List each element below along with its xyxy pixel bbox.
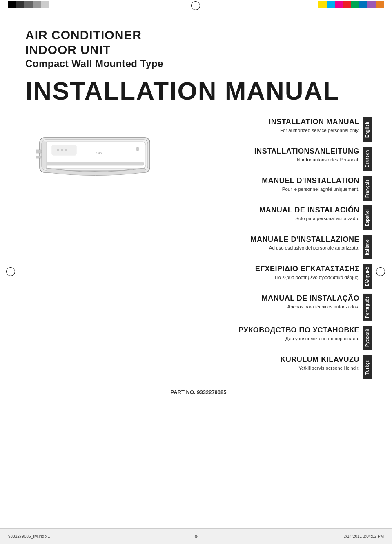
lang-subtitle-5: Για εξουσιοδοτημένο προσωπικό σέρβις.: [255, 274, 359, 281]
lang-text-3: MANUAL DE INSTALACIÓNSolo para personal …: [259, 205, 363, 230]
lang-entry-8: KURULUM KILAVUZUYetkili servis personeli…: [180, 355, 372, 379]
swatch-yellow: [318, 1, 327, 8]
footer-center-mark: ⊕: [134, 534, 259, 539]
lang-text-0: INSTALLATION MANUALFor authorized servic…: [269, 117, 363, 142]
part-number: PART NO. 9332279085: [25, 389, 372, 395]
svg-rect-3: [46, 162, 144, 165]
svg-point-11: [136, 147, 139, 151]
svg-point-9: [65, 149, 67, 151]
color-marks-bar: [0, 0, 392, 9]
svg-rect-12: [36, 150, 42, 153]
lang-subtitle-1: Nur für autorisiertes Personal.: [254, 156, 359, 163]
lang-subtitle-2: Pour le personnel agréé uniquement.: [262, 186, 359, 192]
lang-text-8: KURULUM KILAVUZUYetkili servis personeli…: [280, 355, 363, 379]
lang-subtitle-6: Apenas para técnicos autorizados.: [262, 303, 359, 310]
title-block: AIR CONDITIONER INDOOR UNIT Compact Wall…: [25, 28, 372, 70]
swatch-cyan: [327, 1, 335, 8]
lang-main-title-3: MANUAL DE INSTALACIÓN: [259, 205, 359, 215]
lang-main-title-7: РУКОВОДСТВО ПО УСТАНОВКЕ: [238, 326, 359, 335]
swatch-lighter-gray: [41, 1, 49, 8]
svg-rect-10: [42, 142, 47, 168]
lang-main-title-5: ΕΓΧΕΙΡΙΔΙΟ ΕΓΚΑΤΑΣΤΑΣΗΣ: [255, 264, 359, 274]
swatch-light-gray: [33, 1, 41, 8]
swatch-black: [8, 1, 16, 8]
lang-text-2: MANUEL D'INSTALLATIONPour le personnel a…: [262, 176, 363, 201]
ac-image-column: S45: [25, 117, 172, 381]
ac-unit-illustration: S45: [36, 125, 162, 207]
swatch-red: [343, 1, 351, 8]
lang-main-title-1: INSTALLATIONSANLEITUNG: [254, 147, 359, 156]
lang-tab-3: Español: [363, 205, 372, 230]
lang-text-1: INSTALLATIONSANLEITUNGNur für autorisier…: [254, 147, 363, 171]
lang-entry-5: ΕΓΧΕΙΡΙΔΙΟ ΕΓΚΑΤΑΣΤΑΣΗΣΓια εξουσιοδοτημέ…: [180, 264, 372, 289]
svg-rect-13: [36, 156, 42, 158]
swatch-purple: [368, 1, 376, 8]
footer: 9332279085_IM.indb 1 ⊕ 2/14/2011 3:04:02…: [0, 528, 392, 544]
lang-main-title-4: MANUALE D'INSTALLAZIONE: [251, 235, 359, 244]
footer-filename: 9332279085_IM.indb 1: [8, 534, 134, 539]
lang-text-7: РУКОВОДСТВО ПО УСТАНОВКЕДля уполномоченн…: [238, 326, 363, 350]
lang-main-title-2: MANUEL D'INSTALLATION: [262, 176, 359, 185]
main-content: AIR CONDITIONER INDOOR UNIT Compact Wall…: [0, 11, 392, 528]
lang-text-5: ΕΓΧΕΙΡΙΔΙΟ ΕΓΚΑΤΑΣΤΑΣΗΣΓια εξουσιοδοτημέ…: [255, 264, 363, 289]
svg-text:S45: S45: [96, 151, 102, 155]
lang-text-4: MANUALE D'INSTALLAZIONEAd uso esclusivo …: [251, 235, 363, 259]
swatch-dark-gray: [16, 1, 24, 8]
lang-tab-5: Ελληνικά: [363, 264, 372, 289]
swatch-white: [49, 1, 57, 8]
swatch-orange: [376, 1, 384, 8]
lang-subtitle-7: Для уполномоченного персонала.: [238, 335, 359, 342]
title-line2: INDOOR UNIT: [25, 42, 372, 57]
svg-point-8: [61, 149, 63, 151]
two-column-layout: S45 INSTALLATION MANUALFor authorized se…: [25, 117, 372, 381]
lang-subtitle-4: Ad uso esclusivo del personale autorizza…: [251, 245, 359, 251]
svg-point-7: [57, 149, 59, 151]
lang-subtitle-8: Yetkili servis personeli içindir.: [280, 365, 359, 371]
lang-tab-8: Türkçe: [363, 355, 372, 379]
lang-tab-6: Português: [363, 294, 372, 321]
part-number-value: 9332279085: [197, 389, 226, 395]
lang-tab-2: Français: [363, 176, 372, 201]
swatch-magenta: [335, 1, 343, 8]
lang-tab-0: English: [363, 117, 372, 142]
lang-entry-3: MANUAL DE INSTALACIÓNSolo para personal …: [180, 205, 372, 230]
language-list: INSTALLATION MANUALFor authorized servic…: [180, 117, 372, 381]
lang-entry-7: РУКОВОДСТВО ПО УСТАНОВКЕДля уполномоченн…: [180, 326, 372, 350]
lang-text-6: MANUAL DE INSTALAÇÃOApenas para técnicos…: [262, 294, 363, 321]
svg-rect-6: [52, 145, 76, 155]
title-line3: Compact Wall Mounted Type: [25, 57, 372, 70]
lang-main-title-8: KURULUM KILAVUZU: [280, 355, 359, 364]
lang-entry-1: INSTALLATIONSANLEITUNGNur für autorisier…: [180, 147, 372, 171]
part-number-label: PART NO.: [170, 389, 195, 395]
color-swatches-left: [8, 1, 57, 8]
center-register-mark: [191, 1, 201, 11]
title-line1: AIR CONDITIONER: [25, 28, 372, 42]
lang-subtitle-3: Solo para personal autorizado.: [259, 215, 359, 222]
lang-entry-4: MANUALE D'INSTALLAZIONEAd uso esclusivo …: [180, 235, 372, 259]
lang-entry-0: INSTALLATION MANUALFor authorized servic…: [180, 117, 372, 142]
lang-tab-7: Русский: [363, 326, 372, 350]
lang-main-title-6: MANUAL DE INSTALAÇÃO: [262, 294, 359, 303]
swatch-green: [351, 1, 359, 8]
main-title: INSTALLATION MANUAL: [25, 77, 372, 105]
color-swatches-right: [318, 1, 384, 8]
swatch-blue: [359, 1, 368, 8]
lang-tab-4: Italiano: [363, 235, 372, 259]
swatch-gray: [24, 1, 33, 8]
lang-main-title-0: INSTALLATION MANUAL: [269, 117, 359, 127]
footer-datetime: 2/14/2011 3:04:02 PM: [258, 534, 384, 539]
lang-entry-6: MANUAL DE INSTALAÇÃOApenas para técnicos…: [180, 294, 372, 321]
lang-tab-1: Deutsch: [363, 147, 372, 171]
lang-entry-2: MANUEL D'INSTALLATIONPour le personnel a…: [180, 176, 372, 201]
lang-subtitle-0: For authorized service personnel only.: [269, 127, 359, 134]
